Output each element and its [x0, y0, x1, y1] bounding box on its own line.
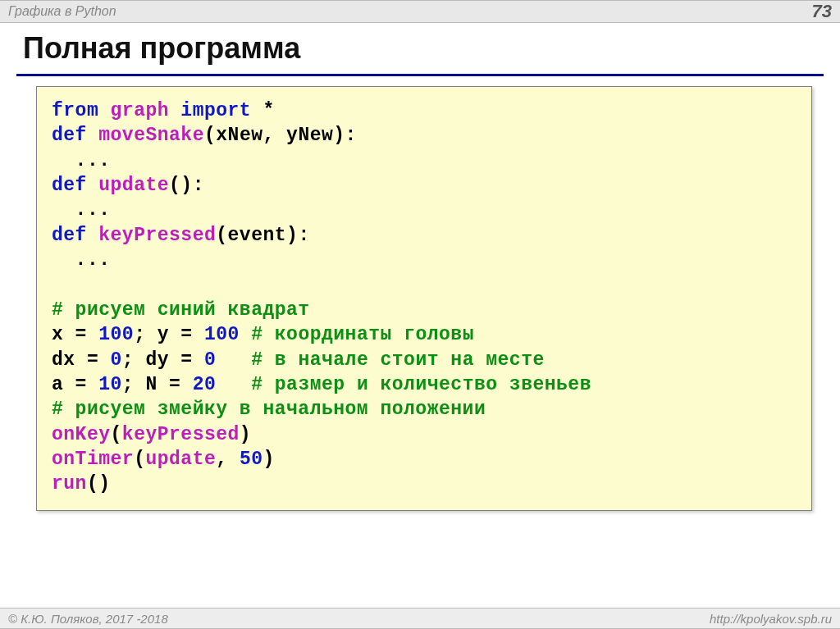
title-area: Полная программа: [0, 23, 840, 71]
num-0-2: 0: [204, 349, 216, 371]
num-10: 10: [98, 374, 122, 395]
x-assign-b: ; y =: [134, 324, 204, 345]
comment-1: # рисуем синий квадрат: [52, 299, 310, 321]
call-onTimer: onTimer: [52, 449, 134, 470]
page-number: 73: [812, 1, 832, 22]
arg-update: update: [145, 449, 216, 470]
num-100-2: 100: [204, 324, 240, 345]
l14-lpar: (: [134, 449, 145, 470]
kw-from: from: [52, 100, 98, 121]
comment-size: # размер и количество звеньев: [251, 374, 591, 395]
dx-assign-b: ; dy =: [122, 349, 204, 371]
ellipsis-1: ...: [52, 150, 111, 171]
params-3: (event):: [216, 225, 309, 246]
params-1: (xNew, yNew):: [204, 125, 357, 146]
kw-def-3: def: [52, 225, 87, 246]
kw-def-1: def: [52, 125, 87, 146]
comment-2: # рисуем змейку в начальном положении: [52, 399, 486, 420]
dx-assign-a: dx =: [52, 349, 111, 371]
num-20: 20: [193, 374, 217, 395]
l9-space: [240, 324, 251, 345]
footer-bar: © К.Ю. Поляков, 2017 -2018 http://kpolya…: [0, 608, 840, 629]
module-graph: graph: [111, 100, 170, 121]
num-50: 50: [240, 449, 263, 470]
ellipsis-3: ...: [52, 249, 111, 271]
footer-url: http://kpolyakov.spb.ru: [710, 612, 832, 626]
kw-def-2: def: [52, 175, 87, 196]
x-assign-a: x =: [52, 324, 98, 345]
l14-rpar: ): [262, 449, 274, 470]
kw-import: import: [180, 100, 251, 121]
comment-coords: # координаты головы: [251, 324, 474, 345]
l13-lpar: (: [111, 424, 122, 445]
a-assign-b: ; N =: [122, 374, 193, 395]
fn-update: update: [98, 175, 169, 196]
run-parens: (): [87, 473, 111, 495]
slide-title: Полная программа: [23, 31, 817, 66]
fn-keyPressed: keyPressed: [98, 225, 216, 246]
header-bar: Графика в Python 73: [0, 0, 840, 23]
footer-copyright: © К.Ю. Поляков, 2017 -2018: [8, 612, 168, 626]
header-title: Графика в Python: [8, 4, 116, 19]
slide: Графика в Python 73 Полная программа fro…: [0, 0, 840, 629]
num-100-1: 100: [98, 324, 134, 345]
l13-rpar: ): [240, 424, 251, 445]
call-onKey: onKey: [52, 424, 111, 445]
num-0-1: 0: [111, 349, 122, 371]
content-area: from graph import * def moveSnake(xNew, …: [0, 76, 840, 608]
code-block: from graph import * def moveSnake(xNew, …: [36, 86, 812, 511]
star: *: [263, 100, 275, 121]
comment-start: # в начале стоит на месте: [251, 349, 545, 371]
arg-keyPressed: keyPressed: [122, 424, 240, 445]
l11-pad: [216, 374, 251, 395]
a-assign-a: a =: [52, 374, 98, 395]
params-2: ():: [169, 175, 204, 196]
ellipsis-2: ...: [52, 199, 111, 221]
call-run: run: [52, 473, 87, 495]
fn-moveSnake: moveSnake: [98, 125, 204, 146]
l14-comma: ,: [216, 449, 240, 470]
l10-pad: [216, 349, 251, 371]
